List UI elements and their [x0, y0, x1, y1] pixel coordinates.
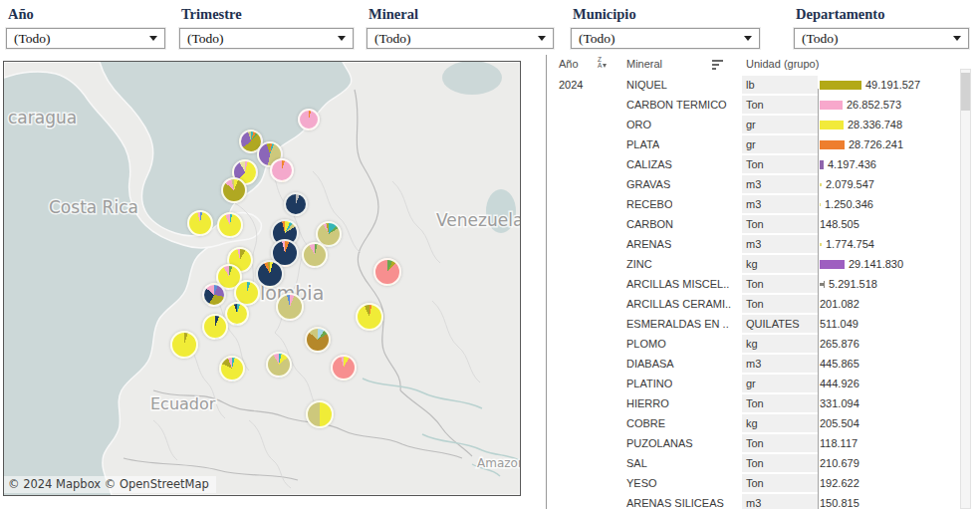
pie-marker[interactable] [270, 158, 294, 182]
value-label: 49.191.527 [865, 79, 920, 91]
pie-marker[interactable] [221, 177, 247, 203]
table-row[interactable]: DIABASA m3 445.865 [547, 354, 980, 374]
unit-cell: kg [742, 255, 818, 273]
value-label: 118.117 [820, 437, 858, 449]
mineral-cell: PUZOLANAS [626, 433, 693, 453]
column-header-year[interactable]: Año [559, 58, 579, 70]
unit-cell: QUILATES [742, 315, 818, 333]
unit-cell: Ton [742, 394, 818, 412]
table-row[interactable]: PLATA gr 28.726.241 [547, 134, 980, 154]
filter-trimestre-label: Trimestre [181, 6, 352, 23]
column-header-unit[interactable]: Unidad (grupo) [746, 58, 819, 70]
pie-marker[interactable] [225, 302, 249, 326]
map-place-label: Amazon [477, 456, 520, 470]
value-bar[interactable] [820, 81, 861, 90]
map-canvas[interactable]: caraguaCosta RicaVenezuelaColombiaEcuado… [3, 61, 521, 496]
table-row[interactable]: RECEBO m3 1.250.346 [547, 194, 980, 214]
value-label: 2.079.547 [826, 178, 874, 190]
vertical-scrollbar[interactable] [960, 69, 971, 509]
table-row[interactable]: ARENAS SILICEAS m3 150.815 [547, 493, 980, 509]
pie-marker[interactable] [305, 327, 331, 353]
table-row[interactable]: ORO gr 28.336.748 [547, 115, 980, 134]
pie-marker[interactable] [331, 355, 357, 381]
chevron-down-icon[interactable] [538, 36, 546, 41]
scrollbar-thumb[interactable] [961, 73, 970, 111]
table-row[interactable]: ESMERALDAS EN .. QUILATES 511.049 [547, 314, 980, 334]
sort-arrow-icon [603, 64, 607, 68]
table-row[interactable]: ARCILLAS MISCEL.. Ton 5.291.518 [547, 274, 980, 294]
table-row[interactable]: CARBON TERMICO Ton 26.852.573 [547, 95, 980, 115]
value-label: 445.865 [820, 358, 859, 370]
table-row[interactable]: PUZOLANAS Ton 118.117 [547, 433, 980, 453]
mineral-cell: ORO [626, 115, 651, 134]
table-row[interactable]: GRAVAS m3 2.079.547 [547, 174, 980, 194]
table-row[interactable]: HIERRO Ton 331.094 [547, 393, 980, 413]
pie-marker[interactable] [298, 109, 320, 130]
table-row[interactable]: ZINC kg 29.141.830 [547, 254, 980, 274]
pie-marker[interactable] [202, 314, 228, 340]
table-row[interactable]: PLATINO gr 444.926 [547, 374, 980, 393]
value-bar[interactable] [820, 283, 825, 286]
mineral-cell: YESO [626, 473, 657, 493]
table-header: Año Z A Mineral Unidad (grupo) [547, 55, 980, 75]
pie-marker[interactable] [306, 400, 334, 428]
pie-marker[interactable] [373, 258, 401, 286]
mineral-cell: HIERRO [626, 393, 669, 413]
filter-mineral-dropdown[interactable]: (Todo) [367, 28, 554, 49]
mineral-cell: ARCILLAS CERAMI.. [626, 294, 731, 314]
sort-alpha-desc-icon[interactable]: Z A [598, 57, 607, 69]
table-row[interactable]: CARBON Ton 148.505 [547, 214, 980, 234]
unit-cell: Ton [742, 454, 818, 472]
pie-marker[interactable] [256, 260, 284, 288]
mineral-cell: NIQUEL [626, 75, 667, 95]
value-bar[interactable] [820, 121, 844, 129]
filter-municipio-dropdown[interactable]: (Todo) [571, 28, 760, 49]
unit-cell: lb [742, 76, 818, 94]
value-bar[interactable] [820, 101, 843, 110]
table-row[interactable]: PLOMO kg 265.876 [547, 334, 980, 354]
value-label: 26.852.573 [847, 99, 901, 111]
pie-marker[interactable] [276, 293, 304, 321]
value-bar[interactable] [820, 203, 821, 206]
chevron-down-icon[interactable] [953, 36, 961, 41]
pie-marker[interactable] [284, 192, 308, 216]
pie-marker[interactable] [170, 331, 198, 359]
value-label: 444.926 [820, 378, 859, 389]
pie-marker[interactable] [217, 212, 243, 238]
map-place-label: caragua [8, 108, 77, 127]
value-bar[interactable] [820, 183, 822, 186]
pie-marker[interactable] [266, 352, 292, 378]
pie-marker[interactable] [202, 283, 226, 307]
table-row[interactable]: COBRE kg 205.504 [547, 413, 980, 433]
filter-trimestre-dropdown[interactable]: (Todo) [179, 28, 354, 49]
value-bar[interactable] [820, 260, 845, 269]
table-row[interactable]: ARENAS m3 1.774.754 [547, 234, 980, 254]
pie-marker[interactable] [356, 303, 383, 331]
table-row[interactable]: SAL Ton 210.679 [547, 453, 980, 473]
unit-cell: m3 [742, 195, 818, 213]
chevron-down-icon[interactable] [338, 36, 346, 41]
chevron-down-icon[interactable] [744, 36, 752, 41]
pie-marker[interactable] [219, 356, 245, 382]
value-label: 210.679 [820, 457, 859, 469]
filter-ano-dropdown[interactable]: (Todo) [6, 28, 165, 49]
value-label: 331.094 [820, 397, 859, 409]
filter-departamento-dropdown[interactable]: (Todo) [794, 28, 969, 49]
unit-cell: m3 [742, 355, 818, 373]
sort-desc-bars-icon[interactable] [712, 60, 723, 72]
table-row[interactable]: CALIZAS Ton 4.197.436 [547, 154, 980, 174]
value-bar[interactable] [820, 160, 824, 169]
column-header-mineral[interactable]: Mineral [626, 58, 662, 70]
table-row[interactable]: ARCILLAS CERAMI.. Ton 201.082 [547, 294, 980, 314]
pie-marker[interactable] [187, 210, 213, 236]
pie-marker[interactable] [302, 242, 328, 268]
table-row[interactable]: YESO Ton 192.622 [547, 473, 980, 493]
filter-mineral: Mineral (Todo) [367, 4, 554, 49]
mineral-cell: COBRE [626, 413, 665, 433]
value-bar[interactable] [820, 243, 822, 246]
unit-cell: m3 [742, 235, 818, 253]
chevron-down-icon[interactable] [149, 36, 157, 41]
value-bar[interactable] [820, 140, 845, 149]
unit-cell: Ton [742, 474, 818, 492]
table-row[interactable]: 2024 NIQUEL lb 49.191.527 [547, 75, 980, 95]
